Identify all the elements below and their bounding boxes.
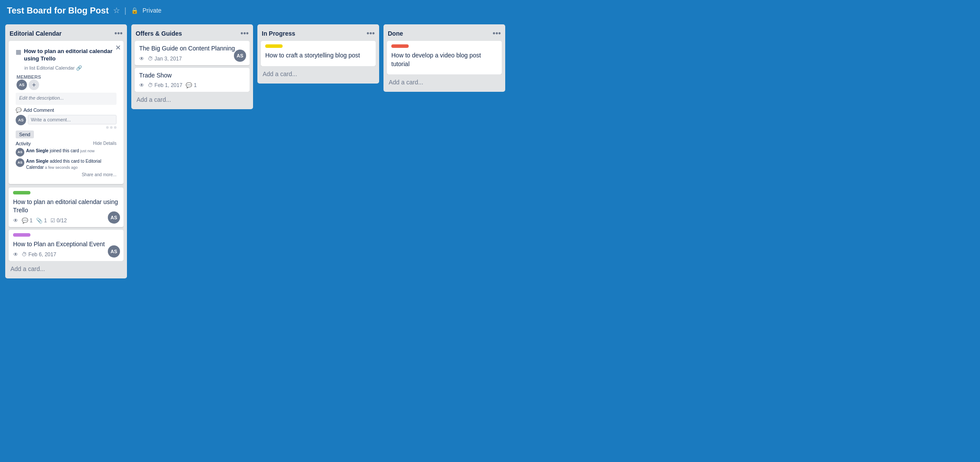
comment-row: AS Write a comment... <box>16 115 117 129</box>
add-card-editorial[interactable]: Add a card... <box>9 263 123 275</box>
column-title-editorial: Editorial Calendar <box>10 30 62 37</box>
star-icon[interactable]: ☆ <box>113 6 120 15</box>
card-label-yellow <box>265 44 283 48</box>
comment-tools <box>28 126 117 129</box>
expanded-card-header: ▦ How to plan an editorial calendar usin… <box>16 48 117 63</box>
activity-item-2: AS Ann Siegle added this card to Editori… <box>16 158 117 171</box>
card-title-video-blog: How to develop a video blog post tutoria… <box>391 51 497 68</box>
board-title: Test Board for Blog Post <box>7 6 109 16</box>
column-menu-offers[interactable]: ••• <box>240 30 249 37</box>
comment-label: 💬 Add Comment <box>16 107 117 113</box>
card-meta-big-guide: 👁 ⏱ Jan 3, 2017 <box>139 56 245 62</box>
card-meta-trello: 👁 💬 1 📎 1 ☑ 0/12 <box>13 218 119 224</box>
send-comment-button[interactable]: Send <box>16 131 34 138</box>
members-section: Members AS + <box>17 74 41 90</box>
card-title-trello: How to plan an editorial calendar using … <box>13 198 119 215</box>
activity-text-2: Ann Siegle added this card to Editorial … <box>26 158 117 171</box>
lock-icon: 🔒 <box>131 7 138 14</box>
cards-list-done: How to develop a video blog post tutoria… <box>387 41 502 74</box>
hide-details-button[interactable]: Hide Details <box>93 141 117 146</box>
cards-list-offers: The Big Guide on Content Planning 👁 ⏱ Ja… <box>135 41 250 92</box>
close-icon[interactable]: ✕ <box>115 44 121 52</box>
activity-section: Activity Hide Details AS Ann Siegle join… <box>16 141 117 177</box>
card-avatar-guide: AS <box>234 50 246 62</box>
attachment-icon-trello: 📎 1 <box>36 218 47 224</box>
checklist-icon-trello: ☑ 0/12 <box>50 218 67 224</box>
comment-input-area: Write a comment... <box>28 115 117 129</box>
member-avatar-as: AS <box>17 80 27 90</box>
column-menu-done[interactable]: ••• <box>493 30 501 37</box>
card-event[interactable]: How to Plan an Exceptional Event 👁 ⏱ Feb… <box>9 230 123 261</box>
column-title-progress: In Progress <box>262 30 295 37</box>
card-description[interactable]: Edit the description... <box>16 93 117 105</box>
cards-list-editorial: ✕ ▦ How to plan an editorial calendar us… <box>9 41 123 261</box>
card-meta-trade-show: 👁 ⏱ Feb 1, 2017 💬 1 <box>139 82 245 88</box>
comment-section: 💬 Add Comment AS Write a comment... <box>16 107 117 138</box>
card-trade-show[interactable]: Trade Show 👁 ⏱ Feb 1, 2017 💬 1 <box>135 68 250 92</box>
commenter-avatar: AS <box>16 115 26 125</box>
card-video-blog[interactable]: How to develop a video blog post tutoria… <box>387 41 502 74</box>
activity-item-1: AS Ann Siegle joined this card just now <box>16 148 117 157</box>
watch-icon-guide: 👁 <box>139 56 144 62</box>
expanded-card-title: How to plan an editorial calendar using … <box>24 48 117 63</box>
column-in-progress: In Progress ••• How to craft a storytell… <box>257 24 379 84</box>
tool-dot-3 <box>114 126 117 129</box>
due-date-trade: ⏱ Feb 1, 2017 <box>148 82 182 88</box>
comments-icon-trello: 💬 1 <box>22 218 33 224</box>
add-card-done[interactable]: Add a card... <box>387 76 502 88</box>
activity-avatar-1: AS <box>16 148 24 157</box>
card-title-big-guide: The Big Guide on Content Planning <box>139 44 245 53</box>
watch-icon-event: 👁 <box>13 251 18 258</box>
add-card-progress[interactable]: Add a card... <box>261 68 376 80</box>
activity-label: Activity <box>16 141 31 146</box>
watch-icon-trade: 👁 <box>139 82 144 88</box>
description-placeholder: Edit the description... <box>19 95 64 100</box>
column-header-progress: In Progress ••• <box>261 28 376 41</box>
card-list-info: in list Editorial Calendar 🔗 <box>24 65 117 71</box>
column-editorial-calendar: Editorial Calendar ••• ✕ ▦ How to plan a… <box>5 24 127 278</box>
activity-header: Activity Hide Details <box>16 141 117 146</box>
column-header-offers: Offers & Guides ••• <box>135 28 250 41</box>
comments-icon-trade: 💬 1 <box>186 82 197 88</box>
column-header-done: Done ••• <box>387 28 502 41</box>
due-date-event: ⏱ Feb 6, 2017 <box>22 251 56 258</box>
cards-list-progress: How to craft a storytelling blog post <box>261 41 376 66</box>
tool-dot-2 <box>110 126 113 129</box>
activity-avatar-2: AS <box>16 158 24 167</box>
column-title-offers: Offers & Guides <box>136 30 182 37</box>
add-card-offers[interactable]: Add a card... <box>135 94 250 106</box>
share-more-button[interactable]: Share and more... <box>16 172 117 177</box>
card-avatar-trello: AS <box>108 211 120 224</box>
card-icon: ▦ <box>16 48 21 55</box>
card-members-row: Members AS + <box>16 74 117 90</box>
card-label-green <box>13 191 30 194</box>
column-menu-progress[interactable]: ••• <box>367 30 375 37</box>
column-title-done: Done <box>388 30 403 37</box>
watch-icon-trello: 👁 <box>13 218 18 224</box>
card-big-guide[interactable]: The Big Guide on Content Planning 👁 ⏱ Ja… <box>135 41 250 65</box>
column-done: Done ••• How to develop a video blog pos… <box>383 24 505 92</box>
card-label-red <box>391 44 409 48</box>
activity-text-1: Ann Siegle joined this card just now <box>26 148 95 154</box>
card-trello-expanded[interactable]: ✕ ▦ How to plan an editorial calendar us… <box>9 41 123 184</box>
board-header: Test Board for Blog Post ☆ | 🔒 Private <box>0 0 980 21</box>
privacy-label: Private <box>143 7 162 14</box>
tool-dot-1 <box>106 126 109 129</box>
due-date-guide: ⏱ Jan 3, 2017 <box>148 56 182 62</box>
card-title-event: How to Plan an Exceptional Event <box>13 240 119 249</box>
comment-input[interactable]: Write a comment... <box>28 115 117 124</box>
add-member-button[interactable]: + <box>29 80 39 90</box>
column-offers-guides: Offers & Guides ••• The Big Guide on Con… <box>131 24 253 109</box>
card-meta-event: 👁 ⏱ Feb 6, 2017 <box>13 251 119 258</box>
members-label: Members <box>17 74 41 80</box>
card-label-purple <box>13 233 30 237</box>
card-trello-list[interactable]: How to plan an editorial calendar using … <box>9 187 123 227</box>
column-header-editorial: Editorial Calendar ••• <box>9 28 123 41</box>
comment-placeholder: Write a comment... <box>31 117 71 122</box>
column-menu-editorial[interactable]: ••• <box>114 30 123 37</box>
comment-icon: 💬 <box>16 107 22 113</box>
member-avatars: AS + <box>17 80 41 90</box>
board: Editorial Calendar ••• ✕ ▦ How to plan a… <box>0 21 980 462</box>
card-storytelling[interactable]: How to craft a storytelling blog post <box>261 41 376 66</box>
card-title-trade-show: Trade Show <box>139 71 245 80</box>
